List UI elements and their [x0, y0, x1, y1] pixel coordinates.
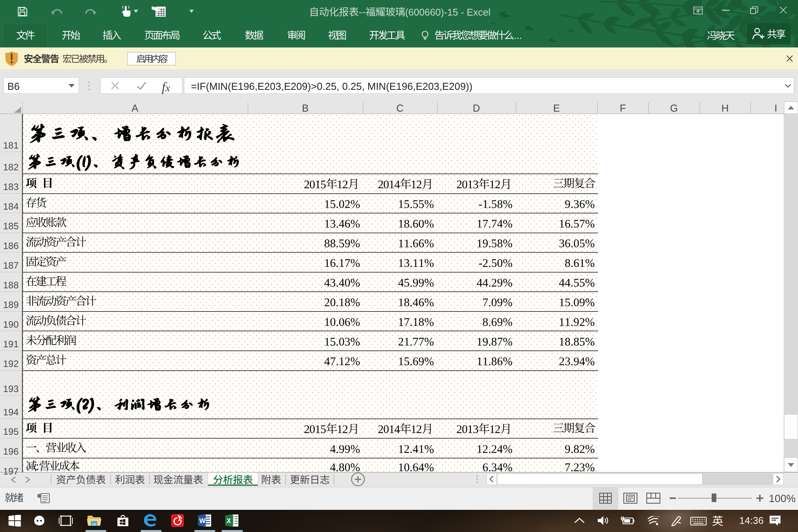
svg-text:X: X [227, 517, 231, 525]
svg-text:W: W [200, 517, 206, 525]
